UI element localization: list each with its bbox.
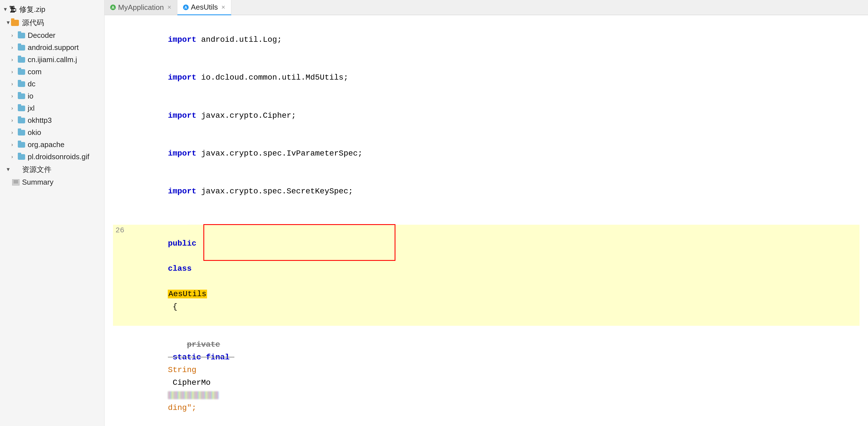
- summary-label: Summary: [22, 178, 53, 187]
- okhttp3-folder-icon: [17, 117, 26, 124]
- org-apache-arrow: ›: [11, 142, 17, 148]
- import-4-text: javax.crypto.spec.IvParameterSpec;: [196, 149, 362, 158]
- main-panel: A MyApplication ✕ A AesUtils ✕ import an…: [104, 0, 868, 426]
- okio-label: okio: [28, 128, 41, 137]
- cn-ijiami-folder-icon: [17, 57, 26, 63]
- blank-line-1: [113, 210, 860, 225]
- ln-26: 26: [113, 225, 130, 236]
- decoder-folder-icon: [17, 32, 26, 39]
- import-kw: import: [168, 35, 196, 44]
- expand-arrow: ▼: [3, 6, 8, 12]
- ding-text: ding";: [168, 403, 196, 412]
- sidebar-item-okhttp3[interactable]: › okhttp3: [0, 114, 104, 127]
- dc-folder-icon: [17, 81, 26, 88]
- import-line-5: import javax.crypto.spec.SecretKeySpec;: [113, 173, 860, 210]
- source-arrow: ▼: [6, 20, 11, 26]
- import-line-3: import javax.crypto.Cipher;: [113, 97, 860, 135]
- resources-section[interactable]: ▼ 资源文件: [0, 163, 104, 176]
- jxl-folder-icon: [17, 105, 26, 112]
- okhttp3-arrow: ›: [11, 118, 17, 123]
- io-arrow: ›: [11, 93, 17, 99]
- sidebar-item-jxl[interactable]: › jxl: [0, 102, 104, 114]
- file-tree: ▼ 🗜 修复.zip ▼ 源代码 › Decoder › android.sup…: [0, 0, 104, 426]
- tab-myapplication[interactable]: A MyApplication ✕: [104, 0, 177, 15]
- summary-arrow: ›: [6, 179, 11, 185]
- pl-droidsonroids-label: pl.droidsonroids.gif: [28, 153, 89, 161]
- sidebar-item-io[interactable]: › io: [0, 90, 104, 102]
- tab-aesutils[interactable]: A AesUtils ✕: [177, 0, 231, 15]
- sidebar-item-okio[interactable]: › okio: [0, 127, 104, 139]
- sidebar-item-com[interactable]: › com: [0, 66, 104, 78]
- zip-icon: 🗜: [8, 6, 18, 13]
- import-1-content: import android.util.Log;: [130, 21, 860, 59]
- io-folder-icon: [17, 93, 26, 100]
- decoder-label: Decoder: [28, 31, 55, 40]
- myapp-tab-icon: A: [110, 4, 116, 10]
- jxl-label: jxl: [28, 104, 35, 112]
- aes-tab-icon: A: [183, 4, 189, 10]
- import-line-2: import io.dcloud.common.util.Md5Utils;: [113, 59, 860, 97]
- source-folder-icon: [11, 20, 20, 26]
- class-kw: class: [168, 264, 191, 273]
- private-line-content: private static final String CipherMo din…: [130, 326, 860, 426]
- code-editor[interactable]: import android.util.Log; import io.dclou…: [104, 15, 868, 426]
- sidebar-item-pl-droidsonroids[interactable]: › pl.droidsonroids.gif: [0, 151, 104, 163]
- resources-label: 资源文件: [22, 165, 52, 174]
- import-line-1: import android.util.Log;: [113, 21, 860, 59]
- org-apache-folder-icon: [17, 141, 26, 148]
- dc-arrow: ›: [11, 81, 17, 87]
- private-kw: private: [187, 340, 220, 349]
- android-support-folder-icon: [17, 44, 26, 51]
- myapp-tab-close[interactable]: ✕: [167, 4, 172, 10]
- import-1-text: android.util.Log;: [196, 35, 282, 44]
- import-kw-2: import: [168, 73, 196, 82]
- resources-arrow: ▼: [6, 167, 11, 172]
- public-kw: public: [168, 239, 196, 248]
- code-line-private: private static final String CipherMo din…: [113, 326, 860, 426]
- decoder-arrow: ›: [11, 32, 17, 38]
- sidebar-item-cn-ijiami[interactable]: › cn.ijiami.callm.j: [0, 54, 104, 66]
- pl-droidsonroids-folder-icon: [17, 154, 26, 160]
- code-line-26: 26 public class AesUtils {: [113, 225, 860, 326]
- root-label: 修复.zip: [19, 4, 45, 14]
- import-2-text: io.dcloud.common.util.Md5Utils;: [196, 73, 348, 82]
- line-26-content: public class AesUtils {: [130, 225, 860, 326]
- import-5-content: import javax.crypto.spec.SecretKeySpec;: [130, 173, 860, 210]
- import-line-4: import javax.crypto.spec.IvParameterSpec…: [113, 135, 860, 172]
- space2: [168, 277, 173, 286]
- io-label: io: [28, 92, 33, 100]
- sidebar-item-decoder[interactable]: › Decoder: [0, 29, 104, 41]
- import-kw-4: import: [168, 149, 196, 158]
- aesutils-classname: AesUtils: [168, 290, 207, 298]
- okio-arrow: ›: [11, 130, 17, 135]
- pl-droidsonroids-arrow: ›: [11, 154, 17, 160]
- sidebar-item-android-support[interactable]: › android.support: [0, 41, 104, 54]
- com-label: com: [28, 67, 41, 76]
- aes-tab-label: AesUtils: [191, 3, 218, 11]
- sidebar-item-org-apache[interactable]: › org.apache: [0, 139, 104, 151]
- aes-tab-close[interactable]: ✕: [221, 4, 225, 10]
- import-2-content: import io.dcloud.common.util.Md5Utils;: [130, 59, 860, 97]
- import-3-text: javax.crypto.Cipher;: [196, 111, 296, 120]
- org-apache-label: org.apache: [28, 140, 64, 149]
- static-kw: static final: [168, 353, 234, 362]
- com-arrow: ›: [11, 69, 17, 75]
- source-code-section[interactable]: ▼ 源代码: [0, 16, 104, 29]
- summary-icon: [11, 179, 20, 186]
- root-zip[interactable]: ▼ 🗜 修复.zip: [0, 3, 104, 16]
- okio-folder-icon: [17, 129, 26, 136]
- cn-ijiami-label: cn.ijiami.callm.j: [28, 55, 77, 64]
- string-type: String: [168, 366, 196, 374]
- com-folder-icon: [17, 69, 26, 75]
- import-kw-5: import: [168, 187, 196, 196]
- blur-block-private: [168, 391, 219, 399]
- sidebar-item-dc[interactable]: › dc: [0, 78, 104, 90]
- sidebar-item-summary[interactable]: › Summary: [0, 176, 104, 188]
- import-5-text: javax.crypto.spec.SecretKeySpec;: [196, 187, 353, 196]
- tabs-bar: A MyApplication ✕ A AesUtils ✕: [104, 0, 868, 15]
- cn-ijiami-arrow: ›: [11, 57, 17, 63]
- ciphermode-text: CipherMo: [168, 378, 211, 387]
- source-label: 源代码: [22, 18, 44, 28]
- myapp-tab-label: MyApplication: [118, 3, 164, 12]
- android-support-arrow: ›: [11, 44, 17, 51]
